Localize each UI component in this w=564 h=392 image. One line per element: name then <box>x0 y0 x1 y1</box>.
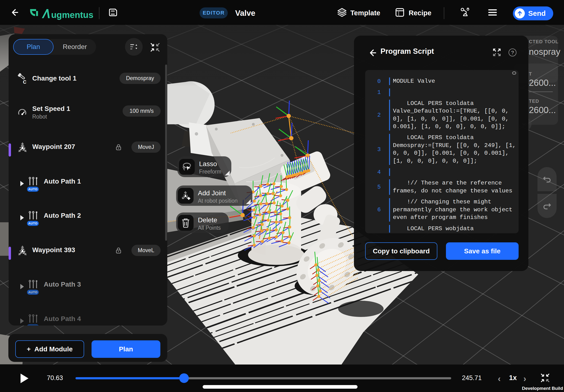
svg-text:C: C <box>23 79 26 85</box>
svg-text:ugmentus: ugmentus <box>51 10 94 20</box>
